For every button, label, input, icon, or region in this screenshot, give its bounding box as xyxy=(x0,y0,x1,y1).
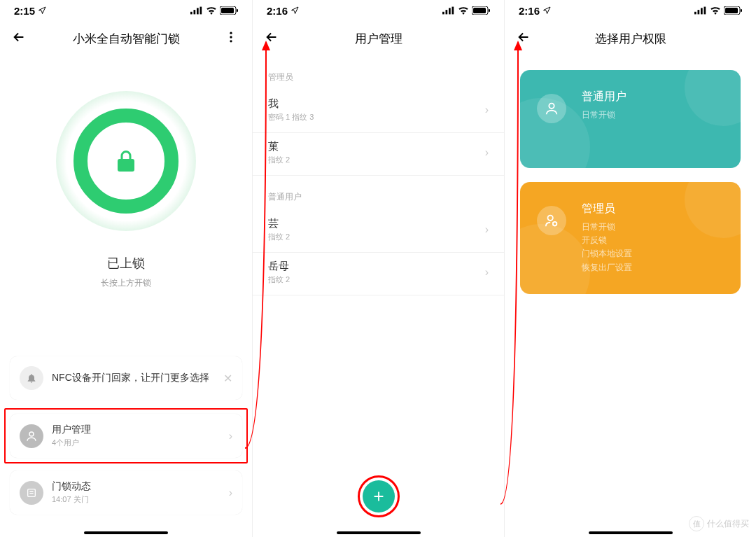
svg-rect-17 xyxy=(473,8,486,13)
close-banner-button[interactable]: ✕ xyxy=(223,372,232,385)
list-icon xyxy=(26,487,37,498)
battery-icon xyxy=(472,6,490,15)
chevron-right-icon: › xyxy=(229,430,232,442)
add-user-button[interactable] xyxy=(363,480,395,512)
lock-log-title: 门锁动态 xyxy=(52,480,229,493)
page-title: 选择用户权限 xyxy=(595,31,666,47)
perm-line: 门锁本地设置 xyxy=(582,247,724,260)
wifi-icon xyxy=(458,6,469,15)
status-bar: 2:16 xyxy=(253,0,504,21)
bell-icon xyxy=(26,372,37,384)
user-name: 岳母 xyxy=(268,260,485,273)
nfc-banner-card[interactable]: NFC设备开门回家，让开门更多选择 ✕ xyxy=(10,356,242,400)
section-label-normal: 普通用户 xyxy=(253,176,504,210)
home-indicator xyxy=(589,531,673,534)
home-indicator xyxy=(84,531,168,534)
svg-point-10 xyxy=(29,432,34,436)
status-bar: 2:15 xyxy=(0,0,252,21)
chevron-right-icon: › xyxy=(485,223,489,236)
location-icon xyxy=(290,6,299,15)
header: 选择用户权限 xyxy=(505,21,756,56)
status-bar: 2:16 xyxy=(505,0,756,21)
user-row-normal[interactable]: 芸 指纹 2 › xyxy=(253,210,504,253)
permission-card-admin[interactable]: 管理员 日常开锁 开反锁 门锁本地设置 恢复出厂设置 xyxy=(520,182,741,294)
svg-rect-5 xyxy=(221,8,234,13)
wifi-icon xyxy=(206,6,217,15)
more-vertical-icon xyxy=(224,30,238,44)
lock-status-area: 已上锁 长按上方开锁 xyxy=(0,56,252,289)
perm-normal-title: 普通用户 xyxy=(582,90,724,104)
page-title: 用户管理 xyxy=(355,31,402,47)
watermark: 值 什么值得买 xyxy=(689,516,749,531)
user-row-admin[interactable]: 我 密码 1 指纹 3 › xyxy=(253,90,504,133)
perm-line: 日常开锁 xyxy=(582,221,724,234)
more-button[interactable] xyxy=(224,30,238,47)
svg-point-8 xyxy=(230,36,232,38)
user-mgmt-sub: 4个用户 xyxy=(52,438,229,448)
back-button[interactable] xyxy=(264,29,279,48)
svg-rect-22 xyxy=(704,7,706,15)
perm-line: 恢复出厂设置 xyxy=(582,261,724,274)
svg-point-26 xyxy=(549,104,554,109)
svg-point-9 xyxy=(230,40,232,42)
signal-icon xyxy=(694,6,707,15)
annotation-highlight-box: 用户管理 4个用户 › xyxy=(4,408,248,463)
lock-status-text: 已上锁 xyxy=(107,255,145,272)
page-title: 小米全自动智能门锁 xyxy=(73,31,180,47)
screen-user-management: 2:16 用户管理 管理员 我 密码 1 指纹 3 › 菓 指纹 2 › 普通用… xyxy=(252,0,504,537)
location-icon xyxy=(38,6,46,15)
user-mgmt-title: 用户管理 xyxy=(52,424,229,436)
perm-admin-title: 管理员 xyxy=(582,202,724,216)
user-name: 我 xyxy=(268,97,485,111)
svg-point-7 xyxy=(230,32,232,34)
svg-rect-18 xyxy=(489,9,490,12)
chevron-right-icon: › xyxy=(485,266,489,279)
user-detail: 指纹 2 xyxy=(268,232,485,242)
person-gear-icon xyxy=(544,213,559,228)
signal-icon xyxy=(190,6,203,15)
user-detail: 指纹 2 xyxy=(268,155,485,165)
status-time: 2:15 xyxy=(14,5,35,17)
battery-icon xyxy=(724,6,742,15)
user-detail: 密码 1 指纹 3 xyxy=(268,112,485,123)
back-arrow-icon xyxy=(516,29,531,45)
svg-rect-2 xyxy=(197,8,199,14)
location-icon xyxy=(542,6,551,15)
user-name: 芸 xyxy=(268,217,485,230)
screen-select-permission: 2:16 选择用户权限 普通用户 日常开锁 管理员 日常开锁 开反锁 xyxy=(504,0,756,537)
person-icon xyxy=(544,101,559,116)
svg-rect-21 xyxy=(701,8,703,14)
screen-lock-home: 2:15 小米全自动智能门锁 已上锁 长按上方开锁 xyxy=(0,0,252,537)
section-label-admin: 管理员 xyxy=(253,56,504,90)
user-row-admin[interactable]: 菓 指纹 2 › xyxy=(253,133,504,176)
user-row-normal[interactable]: 岳母 指纹 2 › xyxy=(253,253,504,295)
svg-rect-0 xyxy=(190,12,192,15)
wifi-icon xyxy=(710,6,721,15)
lock-hint-text: 长按上方开锁 xyxy=(101,277,151,289)
perm-line: 日常开锁 xyxy=(582,109,724,122)
lock-log-sub: 14:07 关门 xyxy=(52,494,229,505)
svg-rect-6 xyxy=(237,9,238,12)
perm-line: 开反锁 xyxy=(582,234,724,247)
back-button[interactable] xyxy=(11,29,27,48)
plus-icon xyxy=(371,489,386,504)
svg-rect-24 xyxy=(725,8,738,13)
watermark-icon: 值 xyxy=(689,516,704,531)
back-arrow-icon xyxy=(264,29,279,45)
nfc-banner-text: NFC设备开门回家，让开门更多选择 xyxy=(52,372,223,384)
annotation-fab-highlight xyxy=(358,475,400,517)
back-button[interactable] xyxy=(516,29,531,48)
lock-ring-button[interactable] xyxy=(56,91,196,231)
svg-rect-19 xyxy=(694,12,696,15)
user-management-card[interactable]: 用户管理 4个用户 › xyxy=(10,414,242,458)
svg-rect-3 xyxy=(200,7,202,15)
lock-log-card[interactable]: 门锁动态 14:07 关门 › xyxy=(10,470,242,515)
status-time: 2:16 xyxy=(519,5,540,17)
chevron-right-icon: › xyxy=(229,487,232,499)
home-indicator xyxy=(337,531,421,534)
signal-icon xyxy=(442,6,455,15)
svg-rect-1 xyxy=(194,10,196,14)
svg-rect-12 xyxy=(442,12,444,15)
chevron-right-icon: › xyxy=(485,104,489,116)
permission-card-normal[interactable]: 普通用户 日常开锁 xyxy=(520,70,741,168)
